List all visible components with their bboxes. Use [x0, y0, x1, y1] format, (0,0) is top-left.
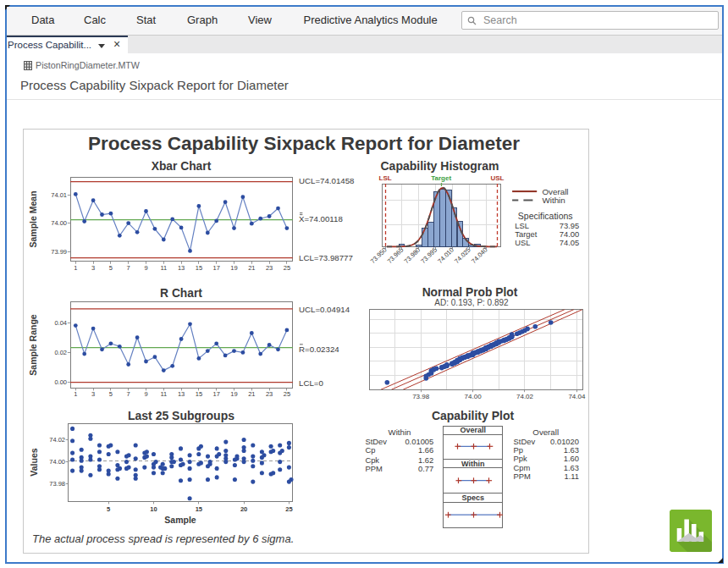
- svg-text:23: 23: [266, 390, 273, 398]
- svg-text:21: 21: [248, 264, 255, 272]
- svg-text:Within: Within: [389, 427, 411, 437]
- svg-text:5: 5: [109, 264, 113, 272]
- svg-text:9: 9: [144, 390, 147, 398]
- svg-text:5: 5: [107, 505, 110, 513]
- svg-text:10: 10: [150, 505, 157, 513]
- svg-text:AD: 0.193, P: 0.892: AD: 0.193, P: 0.892: [434, 298, 509, 307]
- svg-text:9: 9: [144, 264, 147, 272]
- svg-text:LSL: LSL: [379, 174, 392, 182]
- svg-text:73.99: 73.99: [51, 248, 67, 256]
- svg-text:1.60: 1.60: [564, 454, 579, 463]
- svg-text:LCL=73.98777: LCL=73.98777: [299, 253, 353, 262]
- svg-text:X=74.00118: X=74.00118: [299, 214, 343, 223]
- svg-text:74.00: 74.00: [51, 219, 67, 227]
- svg-text:15: 15: [196, 390, 202, 398]
- svg-text:Pp: Pp: [514, 445, 523, 455]
- svg-text:13: 13: [178, 390, 185, 398]
- svg-text:1: 1: [74, 390, 77, 398]
- svg-text:UCL=0.04914: UCL=0.04914: [299, 305, 350, 314]
- svg-text:1.63: 1.63: [564, 445, 579, 455]
- svg-text:Sample: Sample: [164, 515, 196, 525]
- svg-text:25: 25: [284, 264, 290, 272]
- svg-text:11: 11: [160, 390, 167, 398]
- svg-text:0.00: 0.00: [54, 378, 67, 386]
- svg-text:25: 25: [285, 505, 292, 513]
- svg-text:R Chart: R Chart: [160, 287, 202, 300]
- svg-text:5: 5: [109, 390, 113, 398]
- svg-text:74.04: 74.04: [568, 393, 586, 400]
- svg-text:1.66: 1.66: [418, 445, 433, 455]
- svg-text:PPM: PPM: [365, 464, 383, 473]
- svg-text:21: 21: [248, 390, 255, 398]
- svg-text:Sample Range: Sample Range: [28, 314, 38, 376]
- svg-text:Last 25 Subgroups: Last 25 Subgroups: [128, 409, 234, 422]
- svg-text:Cpm: Cpm: [514, 463, 531, 472]
- svg-text:Within: Within: [543, 196, 565, 205]
- svg-text:Within: Within: [461, 460, 484, 468]
- svg-text:3: 3: [91, 264, 95, 272]
- svg-text:Values: Values: [29, 448, 39, 476]
- svg-text:Sample Mean: Sample Mean: [28, 190, 38, 247]
- svg-text:Process Capability Sixpack Rep: Process Capability Sixpack Report for Di…: [88, 133, 520, 154]
- svg-text:73.965: 73.965: [386, 246, 405, 266]
- svg-text:Specs: Specs: [461, 494, 484, 502]
- svg-text:0.04: 0.04: [54, 319, 67, 327]
- svg-text:25: 25: [284, 390, 290, 398]
- svg-text:UCL=74.01458: UCL=74.01458: [299, 176, 354, 185]
- svg-text:Overall: Overall: [532, 427, 559, 437]
- svg-text:USL: USL: [515, 238, 530, 247]
- svg-text:0.01005: 0.01005: [405, 437, 433, 446]
- svg-text:Ppk: Ppk: [514, 454, 527, 463]
- svg-text:Specifications: Specifications: [518, 211, 573, 221]
- svg-text:74.02: 74.02: [516, 393, 534, 400]
- svg-text:StDev: StDev: [365, 437, 387, 446]
- svg-text:The actual process spread is r: The actual process spread is represented…: [32, 532, 294, 545]
- svg-text:7: 7: [127, 264, 130, 272]
- svg-text:7: 7: [127, 390, 130, 398]
- svg-text:USL: USL: [490, 174, 504, 182]
- svg-text:20: 20: [240, 505, 247, 513]
- svg-text:74.05: 74.05: [560, 238, 579, 247]
- svg-text:74.00: 74.00: [49, 458, 65, 466]
- svg-text:Capability Histogram: Capability Histogram: [380, 159, 499, 173]
- svg-text:PPM: PPM: [514, 471, 532, 481]
- svg-text:74.01: 74.01: [51, 191, 67, 199]
- svg-text:13: 13: [178, 264, 185, 272]
- svg-text:Cp: Cp: [365, 445, 375, 455]
- svg-text:73.98: 73.98: [49, 480, 65, 488]
- svg-text:0.02: 0.02: [54, 349, 67, 356]
- svg-text:LCL=0: LCL=0: [299, 378, 323, 388]
- svg-text:17: 17: [213, 264, 220, 272]
- svg-text:74.02: 74.02: [49, 436, 65, 444]
- svg-text:Overall: Overall: [460, 426, 486, 434]
- svg-text:19: 19: [230, 390, 237, 398]
- svg-text:73.98: 73.98: [412, 393, 430, 400]
- svg-text:3: 3: [91, 390, 95, 398]
- svg-text:74.00: 74.00: [465, 393, 483, 400]
- svg-text:17: 17: [213, 390, 220, 398]
- svg-text:1.63: 1.63: [564, 463, 579, 472]
- svg-text:1.11: 1.11: [564, 471, 579, 481]
- svg-text:Target: Target: [431, 174, 451, 182]
- svg-text:Overall: Overall: [543, 187, 569, 196]
- svg-text:R=0.02324: R=0.02324: [299, 345, 339, 354]
- svg-text:15: 15: [196, 264, 202, 272]
- svg-text:19: 19: [230, 264, 237, 272]
- svg-text:11: 11: [160, 264, 167, 272]
- svg-text:Xbar Chart: Xbar Chart: [152, 160, 212, 173]
- svg-text:23: 23: [266, 264, 273, 272]
- svg-text:0.77: 0.77: [418, 464, 433, 473]
- svg-text:1: 1: [74, 264, 77, 272]
- svg-text:15: 15: [196, 505, 202, 513]
- svg-text:Capability Plot: Capability Plot: [432, 409, 515, 422]
